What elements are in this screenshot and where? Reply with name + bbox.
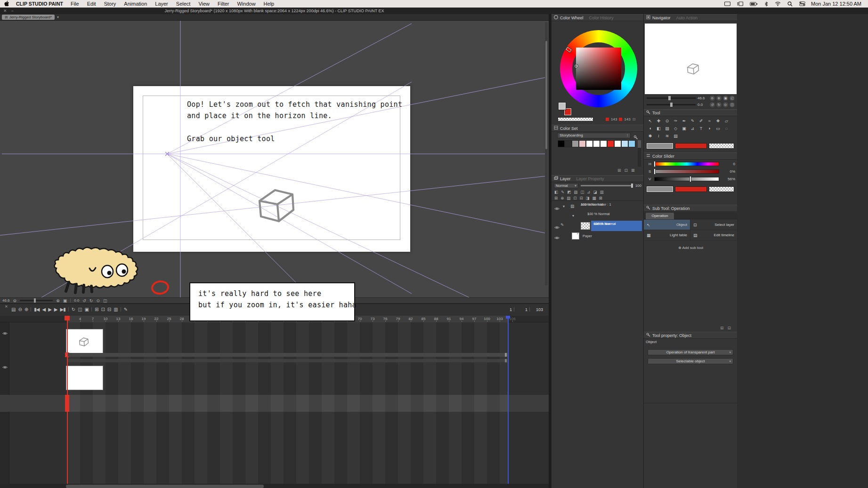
eraser-tool-icon[interactable]: ▱ <box>723 118 730 124</box>
stage-manager-icon[interactable] <box>737 1 743 6</box>
rotate-left-icon[interactable]: ↺ <box>82 298 86 303</box>
nav-reset-rotation-button[interactable]: ⊙ <box>723 102 728 107</box>
transparent-color-bar[interactable] <box>709 143 734 149</box>
skip-to-start-icon[interactable]: ▮◀ <box>34 306 39 313</box>
new-raster-layer-icon[interactable]: ⊞ <box>554 196 558 200</box>
canvas-vertical-scrollbar[interactable] <box>545 22 548 286</box>
expand-collapse-icon[interactable]: ▾ <box>563 204 565 208</box>
nav-actual-size-button[interactable]: ◱ <box>730 96 735 101</box>
enable-cel-icon[interactable]: ▣ <box>85 306 89 313</box>
range-end-line[interactable] <box>508 316 509 484</box>
ruler-tool-icon[interactable]: ⊿ <box>689 125 696 131</box>
h-slider-marker[interactable] <box>654 161 655 167</box>
dropdown-button-selectable-object[interactable]: Selectable object▾ <box>648 358 733 364</box>
h-slider-bar[interactable] <box>654 162 719 166</box>
s-slider-marker[interactable] <box>654 169 655 174</box>
text-tool-icon[interactable]: T <box>698 125 705 131</box>
search-icon[interactable] <box>787 1 793 7</box>
specify-cel-icon[interactable]: ⊡ <box>101 306 104 313</box>
main-color-bar[interactable] <box>647 186 673 192</box>
navigator-zoom-slider[interactable] <box>647 97 696 99</box>
layer-opacity-slider[interactable] <box>581 185 633 186</box>
display-icon[interactable] <box>724 1 730 6</box>
v-slider-bar[interactable] <box>654 177 719 181</box>
new-folder-icon[interactable]: ▤ <box>567 196 570 200</box>
play-icon[interactable]: ▶ <box>48 306 51 313</box>
layer-visibility-eye-icon[interactable] <box>554 233 560 242</box>
panel-option-icon[interactable]: ⊟ <box>728 326 731 330</box>
frame-border-tool-icon[interactable]: ▣ <box>681 125 688 131</box>
tab-color-set[interactable]: Color Set <box>560 126 578 131</box>
layer-color-icon[interactable]: ◪ <box>593 190 597 194</box>
animation-clip-bar[interactable] <box>67 359 508 362</box>
timeline-tracks[interactable]: 1 <box>0 322 549 484</box>
flip-view-icon[interactable]: ◫ <box>103 298 107 303</box>
liquify-tool-icon[interactable]: ≋ <box>664 133 671 139</box>
menu-filter[interactable]: Filter <box>218 1 229 7</box>
animation-clip-bar[interactable] <box>67 353 508 357</box>
enable-mask-icon[interactable]: ◫ <box>580 190 584 194</box>
timeline-settings-icon[interactable]: ▤ <box>11 306 15 313</box>
sub-color-bar[interactable] <box>675 186 707 192</box>
tab-list-chevron-icon[interactable]: ▾ <box>57 15 59 19</box>
blend-mode-select[interactable]: Normal ▾ <box>554 183 578 188</box>
color-set-scrollbar[interactable] <box>638 140 641 167</box>
color-slider-row-h[interactable]: H0 <box>644 161 738 167</box>
draft-layer-icon[interactable]: ✎ <box>561 190 564 194</box>
s-slider-bar[interactable] <box>654 169 719 174</box>
panel-option-icon[interactable]: ⊞ <box>720 326 724 330</box>
color-swatch[interactable] <box>628 140 635 147</box>
merge-layer-icon[interactable]: ⊟ <box>579 196 583 200</box>
playhead-line[interactable] <box>67 316 68 484</box>
navigator-rotation-slider[interactable] <box>647 104 696 105</box>
sub-tool-item-object[interactable]: ↖Object <box>644 220 690 230</box>
tab-auto-action[interactable]: Auto Action <box>676 16 698 20</box>
skip-to-end-icon[interactable]: ▶▮ <box>60 306 65 313</box>
color-swatch[interactable] <box>600 140 607 147</box>
lasso-tool-icon[interactable]: ◌ <box>723 125 730 131</box>
sv-marker[interactable] <box>575 64 578 68</box>
layer-mask-icon[interactable]: ◨ <box>586 196 590 200</box>
canvas-zoom-slider[interactable] <box>20 300 53 301</box>
fit-to-screen-icon[interactable]: ▣ <box>63 298 67 303</box>
menu-window[interactable]: Window <box>237 1 255 7</box>
brush-tool-icon[interactable]: ✐ <box>698 118 705 124</box>
figure-tool-icon[interactable]: ◇ <box>672 125 679 131</box>
layer-ruler-icon[interactable]: ⊿ <box>587 190 590 194</box>
decoration-tool-icon[interactable]: ❖ <box>714 118 722 124</box>
apple-menu[interactable] <box>4 0 9 7</box>
nav-rotate-right-button[interactable]: ↻ <box>716 102 722 107</box>
canvas-zoom-in-icon[interactable]: ⊕ <box>56 298 60 303</box>
edit-track-icon[interactable]: ✎ <box>124 306 127 313</box>
menu-view[interactable]: View <box>198 1 210 7</box>
layer-row[interactable]: ▾100 % Normal1 <box>552 211 644 221</box>
v-slider-marker[interactable] <box>690 176 691 182</box>
transparent-color-bar[interactable] <box>709 186 734 192</box>
replace-color-icon[interactable]: ⊡ <box>625 168 628 173</box>
selection-tool-icon[interactable]: ▭ <box>714 125 722 131</box>
new-animation-cel-icon[interactable]: ⊞ <box>95 306 98 313</box>
correction-tool-icon[interactable]: ≀ <box>655 133 662 139</box>
color-swatch[interactable] <box>572 140 579 147</box>
document-tab[interactable]: ▤ Jerry-Rigged Storyboard* <box>2 15 55 20</box>
layer-row[interactable]: Paper <box>552 231 644 240</box>
pencil-tool-icon[interactable]: ✎ <box>689 118 696 124</box>
menu-animation[interactable]: Animation <box>124 1 147 7</box>
new-vector-layer-icon[interactable]: ⊕ <box>560 196 564 200</box>
layer-opacity-value[interactable]: 100 <box>635 184 641 188</box>
two-pane-icon[interactable]: ▥ <box>600 190 603 194</box>
menu-story[interactable]: Story <box>104 1 116 7</box>
delete-cel-icon[interactable]: ⊟ <box>107 306 111 313</box>
tab-layer[interactable]: Layer <box>560 176 571 181</box>
wifi-icon[interactable] <box>775 1 781 6</box>
nav-flip-button[interactable]: ◫ <box>730 102 735 107</box>
menu-select[interactable]: Select <box>176 1 191 7</box>
track-visibility-eye-icon[interactable] <box>2 363 8 371</box>
bluetooth-icon[interactable] <box>764 1 768 7</box>
navigator-preview[interactable] <box>645 24 737 94</box>
color-swatch[interactable] <box>614 140 621 147</box>
saturation-value-square[interactable] <box>576 48 621 90</box>
menu-layer[interactable]: Layer <box>155 1 168 7</box>
color-options-icon[interactable]: ⊡ <box>633 117 636 121</box>
auto-select-tool-icon[interactable]: ✱ <box>647 133 654 139</box>
